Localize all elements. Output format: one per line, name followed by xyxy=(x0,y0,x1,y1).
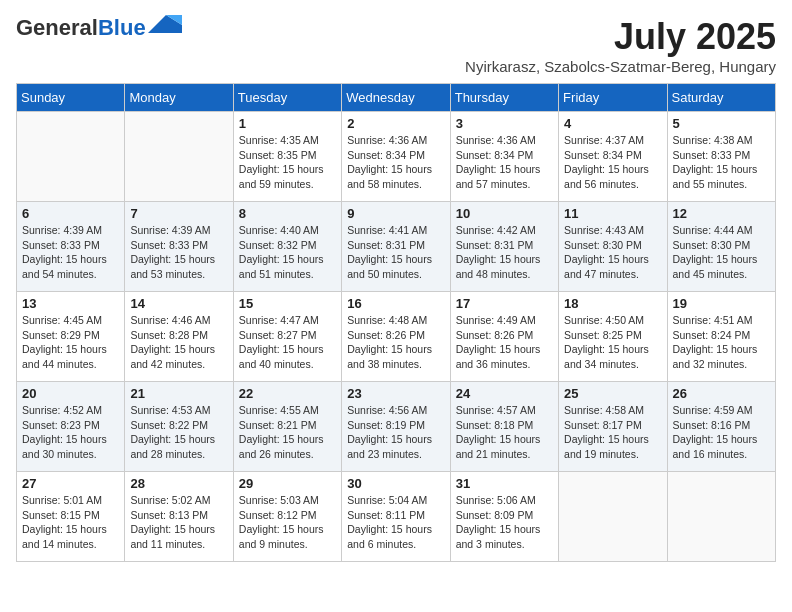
day-info: Sunrise: 4:45 AMSunset: 8:29 PMDaylight:… xyxy=(22,313,119,372)
day-number: 28 xyxy=(130,476,227,491)
calendar-cell: 9Sunrise: 4:41 AMSunset: 8:31 PMDaylight… xyxy=(342,202,450,292)
day-number: 24 xyxy=(456,386,553,401)
calendar-week-row: 13Sunrise: 4:45 AMSunset: 8:29 PMDayligh… xyxy=(17,292,776,382)
day-number: 21 xyxy=(130,386,227,401)
calendar-cell xyxy=(667,472,775,562)
day-info: Sunrise: 4:46 AMSunset: 8:28 PMDaylight:… xyxy=(130,313,227,372)
calendar-cell: 16Sunrise: 4:48 AMSunset: 8:26 PMDayligh… xyxy=(342,292,450,382)
location-subtitle: Nyirkarasz, Szabolcs-Szatmar-Bereg, Hung… xyxy=(465,58,776,75)
calendar-cell: 26Sunrise: 4:59 AMSunset: 8:16 PMDayligh… xyxy=(667,382,775,472)
day-number: 25 xyxy=(564,386,661,401)
day-number: 18 xyxy=(564,296,661,311)
calendar-cell: 24Sunrise: 4:57 AMSunset: 8:18 PMDayligh… xyxy=(450,382,558,472)
calendar-cell: 17Sunrise: 4:49 AMSunset: 8:26 PMDayligh… xyxy=(450,292,558,382)
calendar-week-row: 27Sunrise: 5:01 AMSunset: 8:15 PMDayligh… xyxy=(17,472,776,562)
day-info: Sunrise: 4:43 AMSunset: 8:30 PMDaylight:… xyxy=(564,223,661,282)
day-number: 1 xyxy=(239,116,336,131)
day-number: 16 xyxy=(347,296,444,311)
calendar-cell: 5Sunrise: 4:38 AMSunset: 8:33 PMDaylight… xyxy=(667,112,775,202)
weekday-header-wednesday: Wednesday xyxy=(342,84,450,112)
calendar-cell: 8Sunrise: 4:40 AMSunset: 8:32 PMDaylight… xyxy=(233,202,341,292)
day-number: 2 xyxy=(347,116,444,131)
calendar-week-row: 6Sunrise: 4:39 AMSunset: 8:33 PMDaylight… xyxy=(17,202,776,292)
day-number: 23 xyxy=(347,386,444,401)
day-info: Sunrise: 4:58 AMSunset: 8:17 PMDaylight:… xyxy=(564,403,661,462)
weekday-header-monday: Monday xyxy=(125,84,233,112)
day-number: 3 xyxy=(456,116,553,131)
day-info: Sunrise: 4:44 AMSunset: 8:30 PMDaylight:… xyxy=(673,223,770,282)
calendar-cell: 20Sunrise: 4:52 AMSunset: 8:23 PMDayligh… xyxy=(17,382,125,472)
calendar-cell: 22Sunrise: 4:55 AMSunset: 8:21 PMDayligh… xyxy=(233,382,341,472)
day-info: Sunrise: 5:06 AMSunset: 8:09 PMDaylight:… xyxy=(456,493,553,552)
day-info: Sunrise: 4:38 AMSunset: 8:33 PMDaylight:… xyxy=(673,133,770,192)
day-info: Sunrise: 4:49 AMSunset: 8:26 PMDaylight:… xyxy=(456,313,553,372)
day-info: Sunrise: 5:01 AMSunset: 8:15 PMDaylight:… xyxy=(22,493,119,552)
day-info: Sunrise: 4:37 AMSunset: 8:34 PMDaylight:… xyxy=(564,133,661,192)
day-number: 17 xyxy=(456,296,553,311)
day-info: Sunrise: 4:56 AMSunset: 8:19 PMDaylight:… xyxy=(347,403,444,462)
calendar-cell: 15Sunrise: 4:47 AMSunset: 8:27 PMDayligh… xyxy=(233,292,341,382)
calendar-cell: 18Sunrise: 4:50 AMSunset: 8:25 PMDayligh… xyxy=(559,292,667,382)
calendar-cell: 4Sunrise: 4:37 AMSunset: 8:34 PMDaylight… xyxy=(559,112,667,202)
day-number: 5 xyxy=(673,116,770,131)
calendar-week-row: 20Sunrise: 4:52 AMSunset: 8:23 PMDayligh… xyxy=(17,382,776,472)
calendar-cell: 30Sunrise: 5:04 AMSunset: 8:11 PMDayligh… xyxy=(342,472,450,562)
weekday-header-friday: Friday xyxy=(559,84,667,112)
day-number: 13 xyxy=(22,296,119,311)
day-info: Sunrise: 4:41 AMSunset: 8:31 PMDaylight:… xyxy=(347,223,444,282)
page-header: GeneralBlue July 2025 Nyirkarasz, Szabol… xyxy=(16,16,776,75)
weekday-header-sunday: Sunday xyxy=(17,84,125,112)
calendar-cell: 2Sunrise: 4:36 AMSunset: 8:34 PMDaylight… xyxy=(342,112,450,202)
calendar-cell: 10Sunrise: 4:42 AMSunset: 8:31 PMDayligh… xyxy=(450,202,558,292)
day-info: Sunrise: 5:04 AMSunset: 8:11 PMDaylight:… xyxy=(347,493,444,552)
day-info: Sunrise: 4:50 AMSunset: 8:25 PMDaylight:… xyxy=(564,313,661,372)
day-number: 26 xyxy=(673,386,770,401)
day-info: Sunrise: 4:39 AMSunset: 8:33 PMDaylight:… xyxy=(22,223,119,282)
title-section: July 2025 Nyirkarasz, Szabolcs-Szatmar-B… xyxy=(465,16,776,75)
weekday-header-tuesday: Tuesday xyxy=(233,84,341,112)
day-number: 10 xyxy=(456,206,553,221)
calendar-cell: 19Sunrise: 4:51 AMSunset: 8:24 PMDayligh… xyxy=(667,292,775,382)
day-number: 19 xyxy=(673,296,770,311)
day-info: Sunrise: 4:52 AMSunset: 8:23 PMDaylight:… xyxy=(22,403,119,462)
day-info: Sunrise: 4:53 AMSunset: 8:22 PMDaylight:… xyxy=(130,403,227,462)
weekday-header-row: SundayMondayTuesdayWednesdayThursdayFrid… xyxy=(17,84,776,112)
calendar-cell: 3Sunrise: 4:36 AMSunset: 8:34 PMDaylight… xyxy=(450,112,558,202)
day-number: 7 xyxy=(130,206,227,221)
calendar-cell xyxy=(17,112,125,202)
day-info: Sunrise: 4:36 AMSunset: 8:34 PMDaylight:… xyxy=(347,133,444,192)
calendar-cell: 12Sunrise: 4:44 AMSunset: 8:30 PMDayligh… xyxy=(667,202,775,292)
month-year-title: July 2025 xyxy=(465,16,776,58)
calendar-cell: 13Sunrise: 4:45 AMSunset: 8:29 PMDayligh… xyxy=(17,292,125,382)
day-info: Sunrise: 4:36 AMSunset: 8:34 PMDaylight:… xyxy=(456,133,553,192)
calendar-cell xyxy=(125,112,233,202)
calendar-cell: 7Sunrise: 4:39 AMSunset: 8:33 PMDaylight… xyxy=(125,202,233,292)
day-info: Sunrise: 5:02 AMSunset: 8:13 PMDaylight:… xyxy=(130,493,227,552)
logo-icon xyxy=(148,15,182,37)
day-info: Sunrise: 4:48 AMSunset: 8:26 PMDaylight:… xyxy=(347,313,444,372)
day-info: Sunrise: 4:35 AMSunset: 8:35 PMDaylight:… xyxy=(239,133,336,192)
day-number: 30 xyxy=(347,476,444,491)
day-info: Sunrise: 4:39 AMSunset: 8:33 PMDaylight:… xyxy=(130,223,227,282)
calendar-cell: 23Sunrise: 4:56 AMSunset: 8:19 PMDayligh… xyxy=(342,382,450,472)
day-number: 22 xyxy=(239,386,336,401)
calendar-cell: 1Sunrise: 4:35 AMSunset: 8:35 PMDaylight… xyxy=(233,112,341,202)
day-info: Sunrise: 4:51 AMSunset: 8:24 PMDaylight:… xyxy=(673,313,770,372)
day-number: 6 xyxy=(22,206,119,221)
calendar-cell: 25Sunrise: 4:58 AMSunset: 8:17 PMDayligh… xyxy=(559,382,667,472)
day-info: Sunrise: 4:57 AMSunset: 8:18 PMDaylight:… xyxy=(456,403,553,462)
logo-text: GeneralBlue xyxy=(16,16,146,40)
day-info: Sunrise: 4:40 AMSunset: 8:32 PMDaylight:… xyxy=(239,223,336,282)
calendar-cell: 31Sunrise: 5:06 AMSunset: 8:09 PMDayligh… xyxy=(450,472,558,562)
day-info: Sunrise: 5:03 AMSunset: 8:12 PMDaylight:… xyxy=(239,493,336,552)
day-number: 11 xyxy=(564,206,661,221)
day-number: 12 xyxy=(673,206,770,221)
weekday-header-thursday: Thursday xyxy=(450,84,558,112)
day-info: Sunrise: 4:55 AMSunset: 8:21 PMDaylight:… xyxy=(239,403,336,462)
day-number: 15 xyxy=(239,296,336,311)
calendar-week-row: 1Sunrise: 4:35 AMSunset: 8:35 PMDaylight… xyxy=(17,112,776,202)
calendar-cell: 29Sunrise: 5:03 AMSunset: 8:12 PMDayligh… xyxy=(233,472,341,562)
logo: GeneralBlue xyxy=(16,16,182,40)
day-info: Sunrise: 4:42 AMSunset: 8:31 PMDaylight:… xyxy=(456,223,553,282)
day-number: 29 xyxy=(239,476,336,491)
